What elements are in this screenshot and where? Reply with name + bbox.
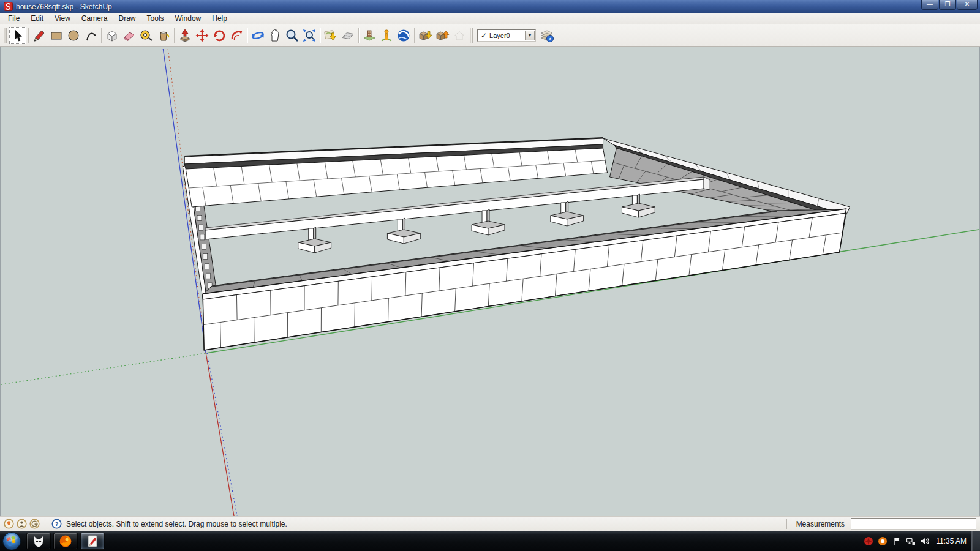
help-question-icon[interactable]: ? (51, 519, 62, 529)
toolbar-grip[interactable] (470, 28, 473, 43)
eraser-tool-button[interactable] (121, 27, 138, 44)
layer-dropdown-value: Layer0 (489, 32, 525, 39)
menu-window[interactable]: Window (170, 13, 207, 24)
toolbar-grip[interactable] (4, 28, 7, 43)
add-new-building-tool-button[interactable] (378, 27, 395, 44)
network-tray-icon[interactable] (906, 536, 916, 546)
add-new-building-icon (379, 28, 394, 43)
taskbar-app-firefox[interactable] (53, 533, 78, 550)
select-icon (10, 28, 25, 43)
action-center-tray-icon[interactable] (892, 536, 902, 546)
zoom-icon (285, 28, 300, 43)
eraser-icon (122, 28, 137, 43)
layer-manager-icon: i (540, 28, 554, 43)
layer-dropdown-arrow-icon[interactable]: ▼ (525, 31, 535, 40)
line-tool-button[interactable] (31, 27, 48, 44)
preview-in-google-earth-tool-button[interactable] (395, 27, 412, 44)
model-viewport[interactable] (0, 47, 980, 516)
toolbar-separator (414, 28, 415, 43)
share-component-icon (452, 28, 467, 43)
paint-bucket-icon (156, 28, 171, 43)
menu-view[interactable]: View (49, 13, 76, 24)
orbit-tool-button[interactable] (249, 27, 266, 44)
offset-tool-button[interactable] (228, 27, 245, 44)
menu-draw[interactable]: Draw (113, 13, 141, 24)
toggle-terrain-tool-button[interactable] (339, 27, 356, 44)
minimize-button[interactable]: — (921, 0, 938, 10)
zoom-extents-tool-button[interactable] (301, 27, 318, 44)
menu-file[interactable]: File (2, 13, 25, 24)
window-controls: —❐✕ (921, 0, 978, 10)
pan-tool-button[interactable] (266, 27, 284, 44)
credit-icon[interactable] (17, 519, 27, 529)
menu-bar: FileEditViewCameraDrawToolsWindowHelp (0, 13, 980, 24)
tape-measure-icon (139, 28, 154, 43)
taskbar-app-media-app[interactable] (26, 533, 51, 550)
toolbar-separator (320, 28, 320, 43)
measurements-input[interactable] (851, 518, 976, 530)
layer-dropdown[interactable]: ✓Layer0▼ (477, 29, 536, 42)
photo-textures-icon (362, 28, 377, 43)
status-hint: Select objects. Shift to extend select. … (66, 520, 782, 528)
sketchup-logo-icon (4, 2, 13, 11)
photo-textures-tool-button[interactable] (361, 27, 378, 44)
tape-measure-tool-button[interactable] (138, 27, 155, 44)
rotate-icon (212, 28, 227, 43)
restore-button[interactable]: ❐ (939, 0, 956, 10)
menu-tools[interactable]: Tools (141, 13, 170, 24)
toolbar-separator (174, 28, 175, 43)
get-models-icon (418, 28, 432, 43)
menu-help[interactable]: Help (206, 13, 233, 24)
select-tool-button[interactable] (9, 27, 26, 44)
updater-tray-icon[interactable] (878, 536, 888, 546)
zoom-extents-icon (302, 28, 317, 43)
start-button[interactable] (2, 531, 21, 551)
move-tool-button[interactable] (194, 27, 211, 44)
separator (47, 519, 47, 529)
get-models-tool-button[interactable] (417, 27, 434, 44)
titlebar[interactable]: house768sqft.skp - SketchUp —❐✕ (0, 0, 980, 13)
show-desktop-button[interactable] (971, 531, 980, 551)
signin-icon[interactable] (29, 519, 40, 529)
rotate-tool-button[interactable] (211, 27, 228, 44)
share-models-tool-button[interactable] (434, 27, 451, 44)
share-models-icon (435, 28, 450, 43)
system-tray (864, 536, 933, 546)
get-current-view-tool-button[interactable] (322, 27, 339, 44)
measurements-label: Measurements (796, 520, 845, 528)
toolbar: ✓Layer0▼i (0, 24, 980, 47)
line-icon (32, 28, 47, 43)
toolbar-separator (28, 28, 29, 43)
toolbar-separator (101, 28, 102, 43)
sketchup-window: house768sqft.skp - SketchUp —❐✕ FileEdit… (0, 0, 980, 551)
svg-text:?: ? (55, 520, 58, 527)
menu-camera[interactable]: Camera (76, 13, 113, 24)
volume-tray-icon[interactable] (920, 536, 930, 546)
toggle-terrain-icon (341, 28, 355, 43)
offset-icon (229, 28, 244, 43)
clock[interactable]: 11:35 AM (933, 537, 971, 545)
arc-icon (83, 28, 98, 43)
menu-edit[interactable]: Edit (25, 13, 49, 24)
move-icon (195, 28, 209, 43)
make-component-icon (105, 28, 119, 43)
push-pull-icon (178, 28, 192, 43)
layer-manager-button[interactable]: i (538, 27, 556, 44)
push-pull-tool-button[interactable] (176, 27, 194, 44)
taskbar-app-sketchup[interactable] (80, 533, 105, 550)
paint-bucket-tool-button[interactable] (155, 27, 172, 44)
close-button[interactable]: ✕ (957, 0, 978, 10)
arc-tool-button[interactable] (82, 27, 99, 44)
get-current-view-icon (323, 28, 338, 43)
rectangle-tool-button[interactable] (48, 27, 65, 44)
make-component-tool-button[interactable] (104, 27, 121, 44)
sketchup-icon (85, 534, 100, 549)
geolocation-icon[interactable] (4, 519, 14, 529)
layer-visible-check: ✓ (478, 31, 489, 40)
rectangle-icon (49, 28, 64, 43)
share-component-tool-button[interactable] (451, 27, 468, 44)
zoom-tool-button[interactable] (284, 27, 301, 44)
antivirus-tray-icon[interactable] (864, 536, 873, 546)
toolbar-separator (358, 28, 359, 43)
circle-tool-button[interactable] (65, 27, 82, 44)
